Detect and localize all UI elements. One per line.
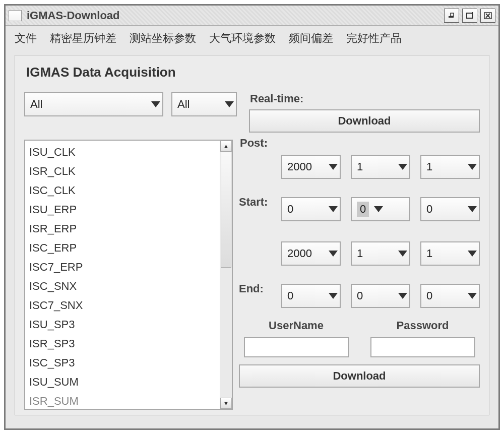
start-sec-select[interactable]: 0 xyxy=(420,197,480,221)
post-label: Post: xyxy=(240,137,480,150)
page-title: IGMAS Data Acquisition xyxy=(26,65,480,80)
listbox-scrollbar[interactable]: ▲ ▼ xyxy=(220,141,232,409)
username-field[interactable] xyxy=(244,337,349,357)
filter-type-value: All xyxy=(30,98,146,111)
start-year-select[interactable]: 2000 xyxy=(281,155,341,179)
start-hour-select[interactable]: 0 xyxy=(281,197,341,221)
product-listbox[interactable]: ISU_CLK ISR_CLK ISC_CLK ISU_ERP ISR_ERP … xyxy=(24,140,233,410)
end-label: End: xyxy=(239,282,281,295)
chevron-down-icon xyxy=(329,206,338,212)
chevron-down-icon xyxy=(398,164,407,170)
list-item[interactable]: ISU_ERP xyxy=(28,200,229,219)
scroll-up-icon[interactable]: ▲ xyxy=(220,141,232,152)
app-icon xyxy=(9,10,22,21)
list-item[interactable]: ISC7_SNX xyxy=(28,296,229,315)
window-title: iGMAS-Download xyxy=(27,9,120,22)
realtime-label: Real-time: xyxy=(250,92,480,105)
list-item[interactable]: ISC7_ERP xyxy=(28,258,229,277)
username-label: UserName xyxy=(269,319,324,332)
chevron-down-icon xyxy=(468,206,477,212)
list-item[interactable]: ISU_SUM xyxy=(28,373,229,392)
scroll-thumb[interactable] xyxy=(221,152,231,268)
menu-integrity[interactable]: 完好性产品 xyxy=(346,31,402,46)
filter-sub-select[interactable]: All xyxy=(171,92,237,116)
menu-interfreq[interactable]: 频间偏差 xyxy=(289,31,333,46)
realtime-download-label: Download xyxy=(338,114,391,128)
minimize-icon[interactable] xyxy=(444,9,459,23)
start-min-select[interactable]: 0 xyxy=(351,197,410,221)
post-download-button[interactable]: Download xyxy=(239,364,480,388)
filter-sub-value: All xyxy=(177,98,220,111)
list-item[interactable]: ISC_SP3 xyxy=(28,353,229,373)
chevron-down-icon xyxy=(151,101,160,107)
chevron-down-icon xyxy=(329,164,338,170)
password-field[interactable] xyxy=(370,337,475,357)
menu-ephemeris[interactable]: 精密星历钟差 xyxy=(50,31,116,46)
chevron-down-icon xyxy=(329,293,338,299)
chevron-down-icon xyxy=(398,293,407,299)
scroll-down-icon[interactable]: ▼ xyxy=(220,398,232,409)
list-item[interactable]: ISR_ERP xyxy=(28,219,229,238)
main-panel: IGMAS Data Acquisition All All Real-time… xyxy=(15,55,489,415)
chevron-down-icon xyxy=(374,206,383,212)
close-icon[interactable] xyxy=(480,9,495,23)
end-month-select[interactable]: 1 xyxy=(351,241,410,266)
chevron-down-icon xyxy=(468,164,477,170)
list-item[interactable]: ISU_CLK xyxy=(28,143,229,162)
end-hour-select[interactable]: 0 xyxy=(281,284,341,308)
menu-station[interactable]: 测站坐标参数 xyxy=(130,31,196,46)
titlebar[interactable]: iGMAS-Download xyxy=(6,6,498,26)
svg-rect-1 xyxy=(451,13,454,16)
chevron-down-icon xyxy=(225,101,234,107)
chevron-down-icon xyxy=(329,251,338,257)
start-month-select[interactable]: 1 xyxy=(351,155,410,179)
list-item[interactable]: ISC_ERP xyxy=(28,238,229,258)
maximize-icon[interactable] xyxy=(462,9,477,23)
end-sec-select[interactable]: 0 xyxy=(420,284,480,308)
chevron-down-icon xyxy=(468,293,477,299)
svg-rect-2 xyxy=(467,13,473,18)
list-item[interactable]: ISR_SP3 xyxy=(28,334,229,353)
end-day-select[interactable]: 1 xyxy=(420,241,480,266)
list-item[interactable]: ISR_SUM xyxy=(28,392,229,410)
list-item[interactable]: ISR_CLK xyxy=(28,162,229,181)
password-label: Password xyxy=(397,319,449,332)
end-year-select[interactable]: 2000 xyxy=(281,241,341,266)
start-day-select[interactable]: 1 xyxy=(420,155,480,179)
menu-file[interactable]: 文件 xyxy=(15,31,37,46)
realtime-download-button[interactable]: Download xyxy=(249,109,480,133)
post-download-label: Download xyxy=(333,369,386,383)
end-min-select[interactable]: 0 xyxy=(351,284,410,308)
application-window: iGMAS-Download 文件 精密星历钟差 测站坐标参数 大气环境参数 频… xyxy=(4,4,500,430)
chevron-down-icon xyxy=(468,251,477,257)
list-item[interactable]: ISC_CLK xyxy=(28,181,229,200)
menu-atmos[interactable]: 大气环境参数 xyxy=(209,31,276,46)
list-item[interactable]: ISC_SNX xyxy=(28,277,229,296)
chevron-down-icon xyxy=(398,251,407,257)
start-label: Start: xyxy=(239,196,281,209)
filter-type-select[interactable]: All xyxy=(24,92,163,116)
list-item[interactable]: ISU_SP3 xyxy=(28,315,229,334)
menubar: 文件 精密星历钟差 测站坐标参数 大气环境参数 频间偏差 完好性产品 xyxy=(6,26,498,53)
scroll-track[interactable] xyxy=(220,152,232,398)
